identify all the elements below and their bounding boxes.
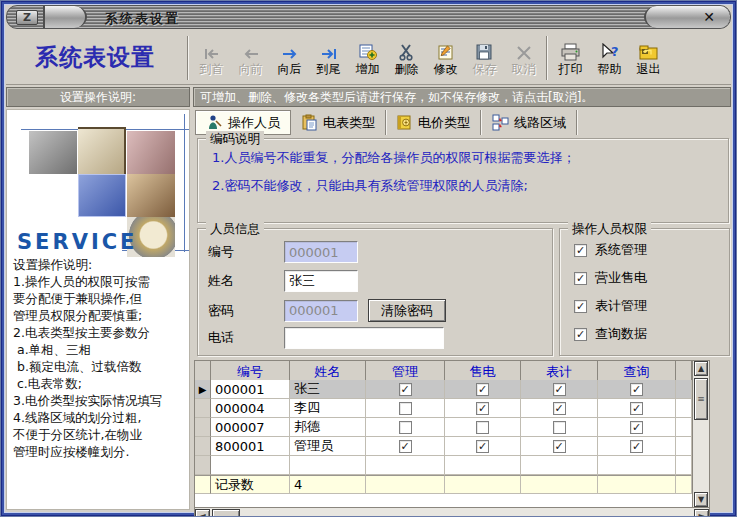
title-bar: Z 系统表设置 ✕ xyxy=(6,5,731,29)
cell-name[interactable]: 李四 xyxy=(290,399,366,418)
meter-manage-checkbox[interactable]: ✓ xyxy=(574,300,587,313)
cell-id[interactable]: 800001 xyxy=(211,437,290,456)
grid-checkbox[interactable]: ✓ xyxy=(630,402,643,415)
grid-checkbox[interactable]: ✓ xyxy=(399,440,412,453)
cell-query[interactable]: ✓ xyxy=(598,418,676,437)
cell-meter[interactable]: ✓ xyxy=(521,399,598,418)
grid-checkbox[interactable]: ✓ xyxy=(630,440,643,453)
grid-checkbox[interactable] xyxy=(399,421,412,434)
query-data-checkbox[interactable]: ✓ xyxy=(574,328,587,341)
cell-manage[interactable] xyxy=(366,418,445,437)
button-label: 取消 xyxy=(512,62,536,76)
last-button[interactable]: 到尾 xyxy=(309,34,348,82)
grid-checkbox[interactable]: ✓ xyxy=(630,421,643,434)
modify-button[interactable]: 修改 xyxy=(426,34,465,82)
save-button[interactable]: 保存 xyxy=(465,34,504,82)
id-field[interactable] xyxy=(284,241,358,263)
sales-checkbox[interactable]: ✓ xyxy=(574,272,587,285)
grid-checkbox[interactable]: ✓ xyxy=(476,440,489,453)
row-selector[interactable] xyxy=(195,456,211,475)
tab-meter-type[interactable]: 电表类型 xyxy=(291,110,386,135)
row-selector[interactable] xyxy=(195,418,211,437)
delete-button[interactable]: 删除 xyxy=(387,34,426,82)
grid-checkbox[interactable] xyxy=(399,402,412,415)
cell-sale[interactable]: ✓ xyxy=(445,437,521,456)
scroll-down-icon[interactable]: ▼ xyxy=(694,492,708,507)
grid-checkbox[interactable]: ✓ xyxy=(553,402,566,415)
cell-manage[interactable]: ✓ xyxy=(366,437,445,456)
scrollbar-thumb[interactable]: ≡ xyxy=(694,378,708,420)
cell-id[interactable]: 000001 xyxy=(211,380,290,399)
row-selector[interactable]: ▶ xyxy=(195,380,211,399)
instructions: 设置操作说明: 1.操作人员的权限可按需 要分配便于兼职操作,但 管理员权限分配… xyxy=(13,256,187,460)
cell-manage[interactable]: ✓ xyxy=(366,380,445,399)
cell-name[interactable]: 管理员 xyxy=(290,437,366,456)
scroll-left-icon[interactable]: ◄ xyxy=(195,509,210,517)
cell-meter[interactable]: ✓ xyxy=(521,380,598,399)
main-panel: 操作人员 电表类型 电价类型 线路区域 编码说明 1.人员编号不能重复，分配给各… xyxy=(193,109,731,510)
add-icon xyxy=(358,39,378,61)
grid-checkbox[interactable]: ✓ xyxy=(630,383,643,396)
save-icon xyxy=(475,39,495,61)
close-icon[interactable]: ✕ xyxy=(700,8,718,26)
instruction-line: 1.操作人员的权限可按需 xyxy=(13,273,187,290)
cell-meter[interactable] xyxy=(521,418,598,437)
cell-id[interactable]: 000007 xyxy=(211,418,290,437)
grid-checkbox[interactable]: ✓ xyxy=(399,383,412,396)
horizontal-scrollbar[interactable]: ◄ ► xyxy=(194,508,710,517)
print-button[interactable]: 打印 xyxy=(551,34,590,82)
grid-checkbox[interactable] xyxy=(553,421,566,434)
add-button[interactable]: 增加 xyxy=(348,34,387,82)
collage-image-tools xyxy=(29,131,77,174)
cell-meter[interactable]: ✓ xyxy=(521,437,598,456)
name-field[interactable] xyxy=(284,270,358,292)
cancel-button[interactable]: 取消 xyxy=(504,34,543,82)
system-manage-checkbox[interactable]: ✓ xyxy=(574,244,587,257)
cell-query[interactable]: ✓ xyxy=(598,399,676,418)
sidebar-header: 设置操作说明: xyxy=(6,87,190,107)
cell-query[interactable]: ✓ xyxy=(598,437,676,456)
grid-checkbox[interactable]: ✓ xyxy=(553,383,566,396)
coding-notes-group: 编码说明 1.人员编号不能重复，分配给各操作员的权限可根据需要选择； 2.密码不… xyxy=(197,138,729,223)
grid-checkbox[interactable]: ✓ xyxy=(476,383,489,396)
cell-name[interactable]: 张三 xyxy=(290,380,366,399)
help-button[interactable]: ? 帮助 xyxy=(590,34,629,82)
first-button[interactable]: 到首 xyxy=(192,34,231,82)
grid-checkbox[interactable]: ✓ xyxy=(553,440,566,453)
button-label: 到首 xyxy=(200,62,224,76)
cell-sale[interactable]: ✓ xyxy=(445,380,521,399)
instruction-line: 4.线路区域的划分过粗, xyxy=(13,409,187,426)
cell-manage[interactable] xyxy=(366,399,445,418)
instruction-line: 管理时应按楼幢划分. xyxy=(13,443,187,460)
row-selector[interactable] xyxy=(195,399,211,418)
clear-password-button[interactable]: 清除密码 xyxy=(368,299,446,322)
cell-query[interactable]: ✓ xyxy=(598,380,676,399)
tab-price-type[interactable]: 电价类型 xyxy=(386,110,481,135)
instruction-line: 设置操作说明: xyxy=(13,256,187,273)
scroll-right-icon[interactable]: ► xyxy=(694,509,709,517)
cell-sale[interactable]: ✓ xyxy=(445,399,521,418)
vertical-scrollbar[interactable]: ▲ ≡ ▼ xyxy=(692,361,709,507)
cell-id[interactable]: 000004 xyxy=(211,399,290,418)
scrollbar-thumb[interactable] xyxy=(212,509,240,517)
instruction-line: a.单相、三相 xyxy=(13,341,187,358)
cell-sale[interactable] xyxy=(445,418,521,437)
grid-checkbox[interactable] xyxy=(476,421,489,434)
cell-name[interactable]: 邦德 xyxy=(290,418,366,437)
name-field-label: 姓名 xyxy=(208,272,284,290)
password-field[interactable] xyxy=(284,300,358,322)
cell-filler xyxy=(676,418,692,437)
tab-line-region[interactable]: 线路区域 xyxy=(481,110,577,135)
record-count-value: 4 xyxy=(290,475,366,494)
prev-button[interactable]: 向前 xyxy=(231,34,270,82)
empty-cell xyxy=(290,456,366,475)
next-button[interactable]: 向后 xyxy=(270,34,309,82)
phone-field[interactable] xyxy=(284,327,444,349)
row-selector[interactable] xyxy=(195,437,211,456)
grid-checkbox[interactable]: ✓ xyxy=(476,402,489,415)
exit-button[interactable]: 退出 xyxy=(629,34,668,82)
coding-note-line: 2.密码不能修改，只能由具有系统管理权限的人员清除; xyxy=(212,177,728,195)
permissions-group: 操作人员权限 ✓ 系统管理 ✓ 营业售电 ✓ 表计管理 ✓ 查询数据 xyxy=(559,228,730,356)
window-title: 系统表设置 xyxy=(105,10,180,28)
scroll-up-icon[interactable]: ▲ xyxy=(694,361,708,376)
